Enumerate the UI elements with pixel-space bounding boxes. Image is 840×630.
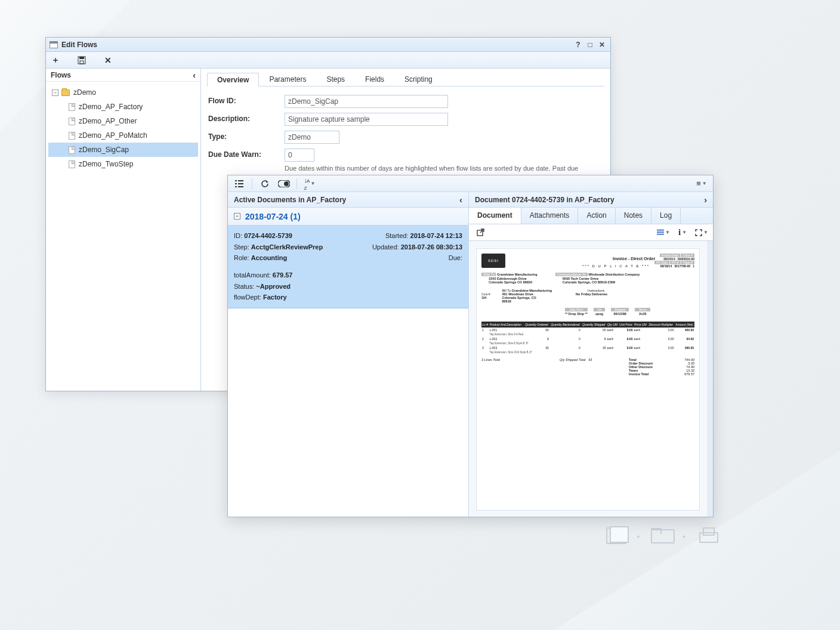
columns-icon[interactable]: ▼	[657, 227, 670, 239]
sidebar-header: Flows ‹	[46, 69, 200, 82]
flows-sidebar: Flows ‹ − zDemo zDemo_AP_Factory zDemo_A…	[46, 69, 201, 391]
file-icon	[69, 132, 75, 140]
left-pane-title: Active Documents in AP_Factory ‹	[228, 192, 468, 208]
flow-id-input[interactable]	[285, 95, 448, 108]
list-view-icon[interactable]	[233, 178, 246, 190]
workflow-footer-icons: ▸ ▸	[606, 527, 718, 544]
window-titlebar[interactable]: Edit Flows ? □ ✕	[46, 38, 610, 52]
tab-steps[interactable]: Steps	[316, 72, 355, 86]
tab-fields[interactable]: Fields	[355, 72, 394, 86]
doc-tab-log[interactable]: Log	[651, 208, 681, 224]
invoice-preview: SDSI Invoice - Direct Order Invoice Date…	[476, 248, 700, 511]
doc-tab-action[interactable]: Action	[578, 208, 615, 224]
expand-right-icon[interactable]: ›	[704, 195, 707, 205]
tree-item[interactable]: zDemo_AP_PoMatch	[48, 128, 198, 143]
due-date-warn-label: Due Date Warn:	[208, 149, 285, 159]
open-external-icon[interactable]	[474, 227, 487, 239]
folder-icon	[651, 528, 672, 543]
scrollbar-thumb[interactable]	[708, 242, 712, 249]
tree-item[interactable]: zDemo_AP_Factory	[48, 100, 198, 114]
type-label: Type:	[208, 131, 285, 141]
toggle-icon[interactable]	[277, 178, 291, 190]
tree-root-label: zDemo	[73, 88, 96, 97]
document-card[interactable]: ID: 0724-4402-5739 Started: 2018-07-24 1…	[228, 226, 468, 308]
save-button[interactable]	[76, 54, 88, 66]
doc-action-bar: ▼ i▼ ▼	[469, 224, 713, 241]
printer-icon	[697, 527, 718, 544]
info-icon[interactable]: i▼	[676, 227, 689, 239]
right-pane-title: Document 0724-4402-5739 in AP_Factory ›	[469, 192, 713, 208]
collapse-sidebar-icon[interactable]: ‹	[193, 70, 196, 80]
close-button[interactable]: ✕	[597, 41, 607, 49]
delete-button[interactable]: ✕	[102, 54, 114, 66]
file-icon	[69, 103, 75, 111]
maximize-button[interactable]: □	[585, 41, 595, 49]
tab-overview[interactable]: Overview	[207, 73, 259, 87]
file-icon	[69, 146, 75, 154]
due-date-warn-input[interactable]	[285, 149, 314, 162]
help-button[interactable]: ?	[573, 41, 583, 49]
description-input[interactable]	[285, 113, 448, 126]
sort-icon[interactable]: ↓AZ▼	[303, 178, 316, 190]
flows-tree: − zDemo zDemo_AP_Factory zDemo_AP_Other …	[46, 82, 200, 175]
tree-root[interactable]: − zDemo	[48, 85, 198, 100]
type-input[interactable]	[285, 131, 339, 144]
document-window: ↓AZ▼ ≡▼ Active Documents in AP_Factory ‹…	[227, 175, 714, 517]
file-icon	[69, 160, 75, 168]
documents-icon	[606, 527, 626, 544]
collapse-left-icon[interactable]: ‹	[459, 195, 462, 205]
menu-icon[interactable]: ≡▼	[695, 178, 708, 190]
svg-rect-1	[79, 57, 84, 59]
window-title: Edit Flows	[61, 41, 97, 49]
active-documents-panel: Active Documents in AP_Factory ‹ − 2018-…	[228, 192, 469, 517]
invoice-line-table: Ln # Product And Description Quantity Or…	[481, 322, 694, 354]
doc-toolbar: ↓AZ▼ ≡▼	[228, 175, 713, 192]
main-tabs: Overview Parameters Steps Fields Scripti…	[207, 72, 604, 87]
document-tabs: Document Attachments Action Notes Log	[469, 208, 713, 224]
tree-item[interactable]: zDemo_TwoStep	[48, 157, 198, 171]
svg-point-4	[284, 181, 289, 186]
invoice-logo: SDSI	[481, 254, 505, 268]
window-icon	[50, 41, 58, 48]
tab-parameters[interactable]: Parameters	[259, 72, 316, 86]
date-group-header[interactable]: − 2018-07-24 (1)	[228, 208, 468, 226]
tree-collapse-icon[interactable]: −	[52, 89, 58, 96]
arrow-icon: ▸	[637, 533, 640, 539]
add-button[interactable]: ＋	[50, 54, 61, 66]
arrow-icon: ▸	[683, 533, 686, 539]
file-icon	[69, 118, 75, 125]
refresh-icon[interactable]	[258, 178, 271, 190]
doc-tab-document[interactable]: Document	[469, 208, 521, 224]
sidebar-title: Flows	[51, 71, 71, 79]
doc-tab-attachments[interactable]: Attachments	[521, 208, 579, 224]
document-detail-panel: Document 0724-4402-5739 in AP_Factory › …	[469, 192, 713, 517]
group-collapse-icon[interactable]: −	[234, 213, 240, 220]
edit-toolbar: ＋ ✕	[46, 52, 610, 69]
document-viewer[interactable]: SDSI Invoice - Direct Order Invoice Date…	[469, 241, 713, 517]
doc-tab-notes[interactable]: Notes	[616, 208, 651, 224]
description-label: Description:	[208, 113, 285, 123]
tree-item-selected[interactable]: zDemo_SigCap	[48, 143, 198, 157]
fullscreen-icon[interactable]: ▼	[695, 227, 708, 239]
svg-rect-2	[80, 61, 84, 64]
folder-icon	[61, 89, 70, 96]
tab-scripting[interactable]: Scripting	[394, 72, 443, 86]
flow-id-label: Flow ID:	[208, 95, 285, 105]
tree-item[interactable]: zDemo_AP_Other	[48, 114, 198, 128]
